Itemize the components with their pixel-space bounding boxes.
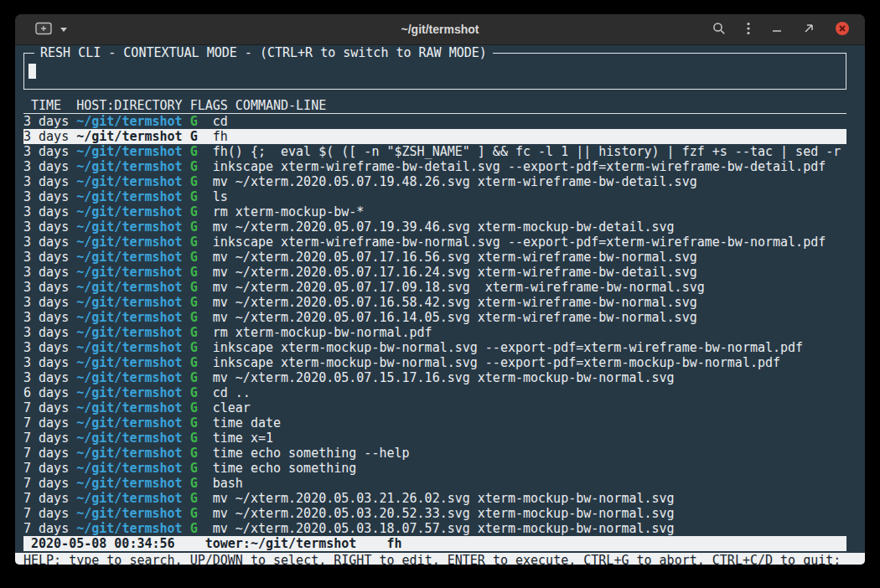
header-flags-commandline: FLAGS COMMAND-LINE bbox=[190, 98, 327, 113]
history-row[interactable]: 3 days~/git/termshotGmv ~/xterm.2020.05.… bbox=[23, 310, 846, 325]
row-flag: G bbox=[190, 415, 213, 431]
history-row[interactable]: 7 days~/git/termshotGmv ~/xterm.2020.05.… bbox=[23, 506, 846, 521]
row-host-directory: ~/git/termshot bbox=[76, 340, 189, 355]
row-command: inkscape xterm-wireframe-bw-detail.svg -… bbox=[213, 159, 826, 174]
row-time: 3 days bbox=[23, 204, 76, 219]
row-command: fh bbox=[213, 129, 228, 144]
row-flag: G bbox=[190, 521, 213, 536]
row-host-directory: ~/git/termshot bbox=[76, 235, 189, 250]
history-row[interactable]: 6 days~/git/termshotGcd .. bbox=[23, 385, 846, 400]
history-row[interactable]: 7 days~/git/termshotGtime echo something… bbox=[23, 446, 846, 461]
row-time: 3 days bbox=[23, 114, 76, 129]
status-bar: 2020-05-08 00:34:56tower:~/git/termshotf… bbox=[23, 536, 846, 551]
history-row[interactable]: 3 days~/git/termshotGinkscape xterm-mock… bbox=[23, 355, 846, 370]
history-row[interactable]: 3 days~/git/termshotGmv ~/xterm.2020.05.… bbox=[23, 370, 846, 385]
row-time: 7 days bbox=[23, 446, 76, 461]
history-row[interactable]: 3 days~/git/termshotGmv ~/xterm.2020.05.… bbox=[23, 174, 846, 189]
row-host-directory: ~/git/termshot bbox=[76, 446, 189, 461]
history-row[interactable]: 3 days~/git/termshotGmv ~/xterm.2020.05.… bbox=[23, 250, 846, 265]
row-host-directory: ~/git/termshot bbox=[76, 144, 189, 159]
history-row[interactable]: 7 days~/git/termshotGmv ~/xterm.2020.05.… bbox=[23, 521, 846, 536]
row-command: ls bbox=[213, 189, 228, 204]
history-list: 3 days~/git/termshotGcd3 days~/git/terms… bbox=[23, 114, 846, 536]
history-row[interactable]: 7 days~/git/termshotGtime x=1 bbox=[23, 431, 846, 446]
row-host-directory: ~/git/termshot bbox=[76, 506, 189, 521]
row-host-directory: ~/git/termshot bbox=[76, 189, 189, 204]
header-host-directory: HOST:DIRECTORY bbox=[76, 98, 189, 113]
row-flag: G bbox=[190, 385, 213, 400]
history-row[interactable]: 7 days~/git/termshotGbash bbox=[23, 476, 846, 491]
history-row[interactable]: 3 days~/git/termshotGmv ~/xterm.2020.05.… bbox=[23, 219, 846, 235]
row-flag: G bbox=[190, 491, 213, 506]
terminal-window: ~/git/termshot bbox=[15, 14, 865, 565]
row-time: 3 days bbox=[23, 370, 76, 385]
history-row[interactable]: 7 days~/git/termshotGtime echo something bbox=[23, 461, 846, 476]
row-host-directory: ~/git/termshot bbox=[76, 114, 189, 129]
history-row[interactable]: 3 days~/git/termshotGfh bbox=[23, 129, 846, 144]
row-time: 7 days bbox=[23, 431, 76, 446]
search-input-box[interactable]: RESH CLI - CONTEXTUAL MODE - (CTRL+R to … bbox=[23, 53, 846, 90]
status-location: tower:~/git/termshot bbox=[205, 536, 357, 551]
row-flag: G bbox=[190, 295, 213, 310]
row-host-directory: ~/git/termshot bbox=[76, 370, 189, 385]
new-tab-icon bbox=[35, 22, 52, 38]
row-flag: G bbox=[190, 219, 213, 235]
history-row[interactable]: 3 days~/git/termshotGls bbox=[23, 189, 846, 204]
row-host-directory: ~/git/termshot bbox=[76, 219, 189, 235]
row-time: 7 days bbox=[23, 476, 76, 491]
history-row[interactable]: 3 days~/git/termshotGfh() {; eval $( ([ … bbox=[23, 144, 846, 159]
history-row[interactable]: 3 days~/git/termshotGrm xterm-mockup-bw-… bbox=[23, 204, 846, 219]
row-host-directory: ~/git/termshot bbox=[76, 491, 189, 506]
row-flag: G bbox=[190, 325, 213, 340]
row-command: inkscape xterm-wireframe-bw-normal.svg -… bbox=[213, 235, 826, 250]
row-flag: G bbox=[190, 280, 213, 295]
row-host-directory: ~/git/termshot bbox=[76, 400, 189, 415]
row-command: time echo something bbox=[213, 461, 357, 476]
row-time: 3 days bbox=[23, 325, 76, 340]
row-time: 3 days bbox=[23, 159, 76, 174]
row-time: 7 days bbox=[23, 506, 76, 521]
history-row[interactable]: 7 days~/git/termshotGtime date bbox=[23, 415, 846, 431]
list-header: TIMEHOST:DIRECTORYFLAGS COMMAND-LINE bbox=[23, 98, 846, 114]
history-row[interactable]: 7 days~/git/termshotGclear bbox=[23, 400, 846, 415]
row-flag: G bbox=[190, 144, 213, 159]
row-time: 7 days bbox=[23, 415, 76, 431]
row-time: 3 days bbox=[23, 189, 76, 204]
menu-button[interactable] bbox=[746, 22, 751, 38]
history-row[interactable]: 3 days~/git/termshotGmv ~/xterm.2020.05.… bbox=[23, 265, 846, 280]
row-host-directory: ~/git/termshot bbox=[76, 461, 189, 476]
row-command: mv ~/xterm.2020.05.07.15.17.16.svg xterm… bbox=[213, 370, 675, 385]
row-time: 3 days bbox=[23, 235, 76, 250]
row-host-directory: ~/git/termshot bbox=[76, 174, 189, 189]
history-row[interactable]: 3 days~/git/termshotGinkscape xterm-wire… bbox=[23, 235, 846, 250]
titlebar[interactable]: ~/git/termshot bbox=[15, 14, 865, 45]
row-flag: G bbox=[190, 250, 213, 265]
search-box-title: RESH CLI - CONTEXTUAL MODE - (CTRL+R to … bbox=[34, 45, 493, 60]
row-host-directory: ~/git/termshot bbox=[76, 385, 189, 400]
row-flag: G bbox=[190, 355, 213, 370]
row-command: bash bbox=[213, 476, 243, 491]
history-row[interactable]: 7 days~/git/termshotGmv ~/xterm.2020.05.… bbox=[23, 491, 846, 506]
history-row[interactable]: 3 days~/git/termshotGrm xterm-mockup-bw-… bbox=[23, 325, 846, 340]
history-row[interactable]: 3 days~/git/termshotGmv ~/xterm.2020.05.… bbox=[23, 280, 846, 295]
restore-button[interactable] bbox=[803, 23, 815, 37]
row-command: rm xterm-mockup-bw-* bbox=[213, 204, 365, 219]
history-row[interactable]: 3 days~/git/termshotGmv ~/xterm.2020.05.… bbox=[23, 295, 846, 310]
chevron-down-icon bbox=[60, 28, 67, 32]
close-button[interactable] bbox=[835, 21, 850, 39]
history-row[interactable]: 3 days~/git/termshotGcd bbox=[23, 114, 846, 129]
row-command: fh() {; eval $( ([ -n "$ZSH_NAME" ] && f… bbox=[213, 144, 841, 159]
history-row[interactable]: 3 days~/git/termshotGinkscape xterm-mock… bbox=[23, 340, 846, 355]
row-flag: G bbox=[190, 265, 213, 280]
tab-dropdown-button[interactable] bbox=[60, 28, 67, 32]
minimize-button[interactable] bbox=[771, 23, 783, 37]
new-tab-button[interactable] bbox=[35, 22, 52, 38]
row-command: mv ~/xterm.2020.05.03.18.07.57.svg xterm… bbox=[213, 521, 675, 536]
history-row[interactable]: 3 days~/git/termshotGinkscape xterm-wire… bbox=[23, 159, 846, 174]
row-command: time x=1 bbox=[213, 431, 273, 446]
row-time: 7 days bbox=[23, 491, 76, 506]
row-flag: G bbox=[190, 114, 213, 129]
row-command: mv ~/xterm.2020.05.03.21.26.02.svg xterm… bbox=[213, 491, 675, 506]
row-flag: G bbox=[190, 340, 213, 355]
search-button[interactable] bbox=[712, 22, 726, 38]
